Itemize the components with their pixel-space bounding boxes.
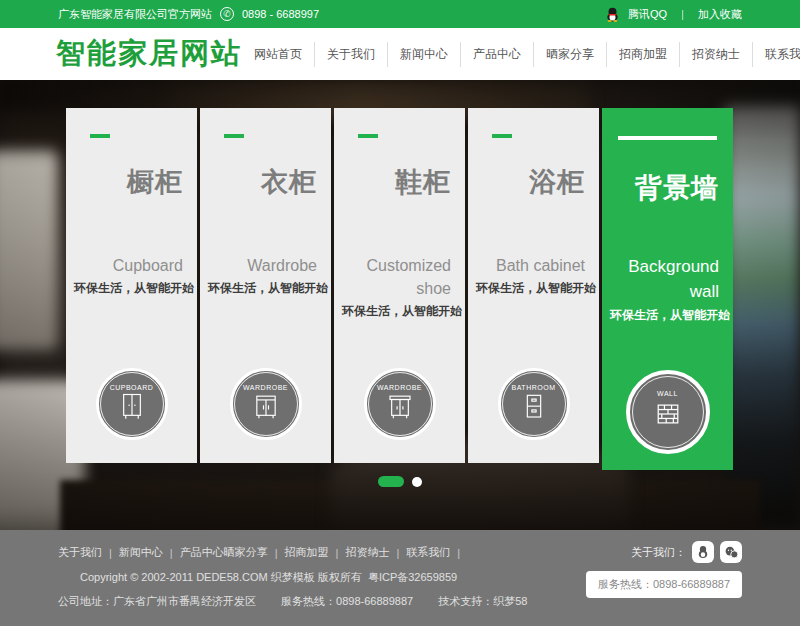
- card-badge: WARDROBE: [364, 368, 436, 440]
- footer-separator: |: [109, 547, 112, 559]
- card-title: 橱柜: [127, 164, 183, 200]
- footer-link-products-share[interactable]: 产品中心晒家分享: [180, 545, 268, 560]
- card-background-wall[interactable]: 背景墙 Background wall 环保生活，从智能开始 WALL: [602, 108, 733, 470]
- card-tagline: 环保生活，从智能开始: [208, 280, 317, 297]
- cupboard-icon: [117, 392, 147, 422]
- tech-support: 技术支持：织梦58: [438, 595, 527, 607]
- card-badge-label: CUPBOARD: [99, 384, 165, 391]
- service-hotline: 服务热线：0898-66889887: [281, 595, 413, 607]
- company-name: 广东智能家居有限公司官方网站: [58, 7, 212, 22]
- pagination-dot[interactable]: [412, 477, 422, 487]
- footer-social: 关于我们：: [631, 541, 742, 563]
- card-tagline: 环保生活，从智能开始: [74, 280, 183, 297]
- footer-link-join[interactable]: 招商加盟: [285, 545, 329, 560]
- card-shoe-cabinet[interactable]: 鞋柜 Customized shoe 环保生活，从智能开始 WARDROBE: [334, 108, 465, 463]
- company-address: 公司地址：广东省广州市番禺经济开发区: [58, 595, 256, 607]
- wardrobe-icon: [251, 392, 281, 422]
- nav-item-recruit[interactable]: 招资纳士: [679, 42, 752, 67]
- card-accent-dash: [90, 134, 110, 138]
- hero-banner: 橱柜 Cupboard 环保生活，从智能开始 CUPBOARD 衣柜: [0, 80, 800, 530]
- footer-separator: |: [457, 547, 460, 559]
- card-title: 鞋柜: [395, 164, 451, 200]
- card-badge: WARDROBE: [230, 368, 302, 440]
- footer-separator: |: [170, 547, 173, 559]
- page: 广东智能家居有限公司官方网站 ✆ 0898 - 6688997 腾讯QQ | 加…: [0, 0, 800, 626]
- card-wardrobe[interactable]: 衣柜 Wardrobe 环保生活，从智能开始 WARDROBE: [200, 108, 331, 463]
- footer-separator: |: [336, 547, 339, 559]
- topbar-phone: 0898 - 6688997: [242, 8, 319, 20]
- card-subtitle: Bath cabinet: [476, 254, 585, 277]
- card-badge-label: WALL: [630, 390, 706, 397]
- nav-item-share[interactable]: 晒家分享: [533, 42, 606, 67]
- topbar-separator: |: [681, 8, 684, 20]
- card-badge: WALL: [626, 370, 710, 454]
- card-title: 浴柜: [529, 164, 585, 200]
- card-bath-cabinet[interactable]: 浴柜 Bath cabinet 环保生活，从智能开始 BATHROOM: [468, 108, 599, 463]
- card-tagline: 环保生活，从智能开始: [610, 307, 719, 324]
- shoe-cabinet-icon: [385, 392, 415, 422]
- card-subtitle: Customized shoe: [342, 254, 451, 300]
- wall-icon: [652, 398, 684, 430]
- nav-item-about[interactable]: 关于我们: [314, 42, 387, 67]
- site-header: 智能家居网站 网站首页 关于我们 新闻中心 产品中心 晒家分享 招商加盟 招资纳…: [0, 28, 800, 80]
- qq-penguin-icon: [605, 7, 620, 22]
- card-text: Bath cabinet 环保生活，从智能开始: [476, 254, 585, 297]
- footer-about-label: 关于我们：: [631, 545, 686, 560]
- footer-separator: |: [275, 547, 278, 559]
- nav-item-home[interactable]: 网站首页: [242, 42, 314, 67]
- card-accent-dash: [618, 136, 717, 140]
- bathroom-cabinet-icon: [519, 392, 549, 422]
- card-tagline: 环保生活，从智能开始: [342, 303, 451, 320]
- footer-link-news[interactable]: 新闻中心: [119, 545, 163, 560]
- footer-link-contact[interactable]: 联系我们: [406, 545, 450, 560]
- card-badge-label: WARDROBE: [367, 384, 433, 391]
- main-nav: 网站首页 关于我们 新闻中心 产品中心 晒家分享 招商加盟 招资纳士 联系我们: [242, 42, 800, 67]
- nav-item-products[interactable]: 产品中心: [460, 42, 533, 67]
- card-accent-dash: [358, 134, 378, 138]
- card-subtitle: Background wall: [610, 254, 719, 304]
- product-category-cards: 橱柜 Cupboard 环保生活，从智能开始 CUPBOARD 衣柜: [66, 108, 733, 470]
- phone-icon: ✆: [220, 7, 234, 21]
- nav-item-join[interactable]: 招商加盟: [606, 42, 679, 67]
- card-cupboard[interactable]: 橱柜 Cupboard 环保生活，从智能开始 CUPBOARD: [66, 108, 197, 463]
- nav-item-contact[interactable]: 联系我们: [752, 42, 800, 67]
- footer: 关于我们| 新闻中心| 产品中心晒家分享| 招商加盟| 招资纳士| 联系我们| …: [0, 530, 800, 626]
- card-text: Background wall 环保生活，从智能开始: [610, 254, 719, 324]
- footer-link-about[interactable]: 关于我们: [58, 545, 102, 560]
- wechat-icon[interactable]: [720, 541, 742, 563]
- qq-link[interactable]: 腾讯QQ: [628, 7, 667, 22]
- card-title: 背景墙: [635, 170, 719, 206]
- card-subtitle: Cupboard: [74, 254, 183, 277]
- card-text: Customized shoe 环保生活，从智能开始: [342, 254, 451, 320]
- footer-separator: |: [396, 547, 399, 559]
- pagination-dot-active[interactable]: [378, 476, 404, 487]
- card-badge: CUPBOARD: [96, 368, 168, 440]
- footer-link-recruit[interactable]: 招资纳士: [345, 545, 389, 560]
- card-badge-label: BATHROOM: [501, 384, 567, 391]
- hotline-badge: 服务热线：0898-66889887: [586, 571, 742, 598]
- slider-pagination: [378, 476, 422, 487]
- card-title: 衣柜: [261, 164, 317, 200]
- card-text: Cupboard 环保生活，从智能开始: [74, 254, 183, 297]
- card-accent-dash: [224, 134, 244, 138]
- qq-icon[interactable]: [692, 541, 714, 563]
- card-subtitle: Wardrobe: [208, 254, 317, 277]
- site-logo[interactable]: 智能家居网站: [56, 34, 242, 74]
- topbar: 广东智能家居有限公司官方网站 ✆ 0898 - 6688997 腾讯QQ | 加…: [0, 0, 800, 28]
- card-text: Wardrobe 环保生活，从智能开始: [208, 254, 317, 297]
- card-tagline: 环保生活，从智能开始: [476, 280, 585, 297]
- card-badge: BATHROOM: [498, 368, 570, 440]
- card-accent-dash: [492, 134, 512, 138]
- card-badge-label: WARDROBE: [233, 384, 299, 391]
- add-favorite-link[interactable]: 加入收藏: [698, 7, 742, 22]
- nav-item-news[interactable]: 新闻中心: [387, 42, 460, 67]
